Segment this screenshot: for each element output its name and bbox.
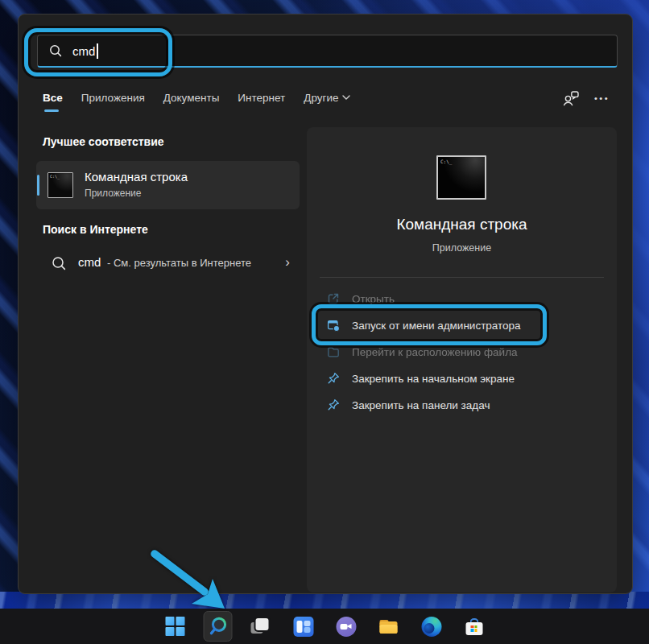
cmd-terminal-icon-large: C:\_ — [436, 155, 486, 200]
result-subtitle: Приложение — [85, 188, 141, 199]
text-caret — [97, 43, 98, 59]
widgets-icon — [293, 617, 313, 637]
action-pin-to-start[interactable]: Закрепить на начальном экране — [326, 365, 515, 391]
pin-icon — [326, 371, 341, 386]
windows-logo-icon — [166, 617, 185, 636]
wallpaper-streak-band — [0, 592, 649, 610]
screen: cmd Все Приложения Документы Интернет Др… — [0, 0, 649, 644]
action-run-as-administrator[interactable]: Запуск от имени администратора — [326, 312, 521, 338]
preview-app-subtitle: Приложение — [307, 242, 617, 254]
web-suffix-text: - См. результаты в Интернете — [107, 257, 251, 269]
action-pin-to-taskbar[interactable]: Закрепить на панели задач — [326, 392, 490, 418]
tab-all[interactable]: Все — [43, 92, 63, 112]
edge-browser-icon — [421, 617, 441, 637]
task-view-icon — [250, 616, 271, 637]
tab-more[interactable]: Другие — [304, 92, 350, 112]
tab-web[interactable]: Интернет — [238, 92, 285, 112]
preview-pane: C:\_ Командная строка Приложение Открыть… — [307, 127, 617, 592]
chevron-down-icon — [342, 95, 350, 101]
preview-app-title: Командная строка — [307, 216, 617, 233]
taskbar-widgets-button[interactable] — [289, 611, 318, 642]
taskbar-edge-button[interactable] — [417, 611, 446, 642]
result-title: Командная строка — [85, 170, 188, 184]
search-icon — [208, 616, 229, 637]
taskbar — [0, 609, 649, 644]
chevron-right-icon[interactable]: › — [285, 254, 290, 270]
action-open[interactable]: Открыть — [326, 286, 395, 312]
search-filter-tabs: Все Приложения Документы Интернет Другие — [43, 92, 350, 112]
pin-icon — [326, 398, 341, 412]
file-explorer-icon — [378, 617, 399, 637]
tab-apps[interactable]: Приложения — [81, 92, 145, 112]
web-query-text: cmd — [78, 255, 101, 269]
web-search-result-row[interactable]: cmd - См. результаты в Интернете › — [36, 247, 300, 281]
taskbar-store-button[interactable] — [460, 611, 489, 642]
web-search-header: Поиск в Интернете — [43, 223, 148, 236]
taskbar-start-button[interactable] — [161, 611, 190, 642]
best-match-result-command-prompt[interactable]: C:\_ Командная строка Приложение — [36, 161, 300, 209]
taskbar-task-view-button[interactable] — [246, 611, 275, 642]
search-input[interactable]: cmd — [37, 35, 618, 68]
account-feedback-icon[interactable] — [563, 90, 580, 106]
chat-icon — [336, 617, 356, 637]
microsoft-store-icon — [464, 617, 484, 637]
search-query-text: cmd — [72, 44, 95, 58]
action-open-file-location[interactable]: Перейти к расположению файла — [326, 339, 518, 365]
cmd-terminal-icon: C:\_ — [48, 172, 73, 198]
best-match-header: Лучшее соответствие — [43, 135, 164, 148]
file-location-icon — [326, 345, 341, 359]
taskbar-file-explorer-button[interactable] — [374, 611, 403, 642]
search-flyout-panel: cmd Все Приложения Документы Интернет Др… — [18, 14, 633, 594]
search-icon — [51, 255, 67, 271]
divider — [320, 277, 604, 278]
open-icon — [326, 291, 341, 306]
tab-documents[interactable]: Документы — [163, 92, 220, 112]
more-options-icon[interactable]: ••• — [594, 93, 610, 103]
taskbar-search-button[interactable] — [204, 611, 233, 642]
search-icon — [48, 43, 63, 58]
run-as-admin-icon — [326, 318, 341, 332]
taskbar-chat-button[interactable] — [332, 611, 361, 642]
selection-accent-bar — [37, 175, 39, 196]
